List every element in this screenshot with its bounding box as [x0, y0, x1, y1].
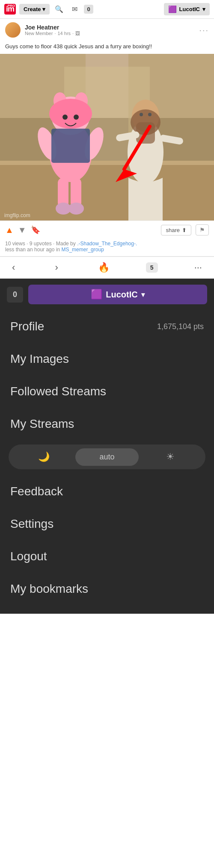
menu-item-feedback[interactable]: Feedback	[0, 475, 214, 508]
points-badge: 0	[7, 287, 23, 303]
post-header: Joe Heatner New Member · 14 hrs · 🖼 ···	[0, 19, 214, 41]
theme-auto-button[interactable]: auto	[75, 448, 139, 466]
menu-item-settings[interactable]: Settings	[0, 508, 214, 540]
flag-button[interactable]: ⚑	[196, 224, 209, 235]
svg-rect-3	[0, 165, 214, 221]
user-menu-button[interactable]: 🟪 LucotIC ▾	[164, 3, 210, 15]
post-image-svg: imgflip.com	[0, 54, 214, 221]
logo[interactable]: PRO im	[4, 4, 16, 15]
member-label: New Member	[25, 31, 53, 36]
menu-profile-pts: 1,675,104 pts	[157, 322, 204, 331]
theme-toggle: 🌙 auto ☀	[9, 444, 205, 469]
share-icon: ⬆	[182, 227, 187, 233]
menu-profile-label: Profile	[10, 320, 44, 333]
post-card: Joe Heatner New Member · 14 hrs · 🖼 ··· …	[0, 19, 214, 256]
menu-feedback-label: Feedback	[10, 485, 63, 498]
menu-logout-label: Logout	[10, 550, 47, 563]
downvote-button[interactable]: ▼	[18, 225, 27, 235]
share-label: share	[166, 227, 180, 233]
views-count: 10 views	[5, 241, 25, 247]
mail-icon[interactable]: ✉	[68, 3, 80, 15]
menu-item-my-streams[interactable]: My Streams	[0, 408, 214, 440]
post-camera-icon: 🖼	[75, 31, 80, 36]
menu-item-bookmarks[interactable]: My bookmarks	[0, 573, 214, 605]
top-navigation: PRO im Create ▾ 🔍 ✉ 0 🟪 LucotIC ▾	[0, 0, 214, 19]
post-stats: 10 views · 9 upvotes · Made by .-Shadow_…	[0, 239, 214, 256]
time-posted: less than an hour ago in	[5, 247, 60, 253]
stream-link[interactable]: MS_memer_group	[61, 247, 104, 253]
sun-icon: ☀	[166, 451, 175, 462]
post-submeta: New Member · 14 hrs · 🖼	[25, 31, 195, 36]
moon-icon: 🌙	[38, 451, 50, 462]
user-dropdown-header: 0 🟪 LucotIC ▾	[0, 279, 214, 310]
upvotes-count: 9 upvotes	[30, 241, 52, 247]
menu-item-my-images[interactable]: My Images	[0, 343, 214, 375]
upvote-button[interactable]: ▲	[5, 225, 14, 235]
dark-menu: Profile 1,675,104 pts My Images Followed…	[0, 310, 214, 614]
bottom-navigation: ‹ › 🔥 5 ···	[0, 256, 214, 279]
svg-point-20	[74, 115, 79, 120]
flame-button[interactable]: 🔥	[95, 260, 113, 275]
made-by-label: Made by	[56, 241, 76, 247]
user-icon: 🟪	[168, 5, 177, 13]
svg-point-11	[49, 99, 92, 129]
post-actions: ▲ ▼ 🔖 share ⬆ ⚑	[0, 221, 214, 239]
svg-point-17	[68, 203, 84, 215]
post-username: Joe Heatner	[25, 24, 195, 31]
user-avatar-icon: 🟪	[91, 289, 102, 300]
nav-badge[interactable]: 5	[146, 262, 158, 273]
search-icon[interactable]: 🔍	[53, 3, 65, 15]
menu-my-images-label: My Images	[10, 352, 69, 366]
dropdown-arrow-icon: ▾	[141, 291, 145, 299]
menu-item-profile[interactable]: Profile 1,675,104 pts	[0, 310, 214, 343]
menu-bookmarks-label: My bookmarks	[10, 582, 88, 596]
theme-light-button[interactable]: ☀	[139, 447, 202, 467]
avatar	[5, 22, 21, 38]
menu-item-followed-streams[interactable]: Followed Streams	[0, 375, 214, 408]
post-time: 14 hrs	[57, 31, 71, 36]
menu-settings-label: Settings	[10, 517, 54, 531]
username-label: LucotIC	[106, 290, 137, 300]
share-button[interactable]: share ⬆	[161, 225, 191, 235]
theme-dark-button[interactable]: 🌙	[12, 447, 75, 467]
svg-point-28	[148, 113, 152, 116]
menu-my-streams-label: My Streams	[10, 417, 74, 431]
pro-badge: PRO	[8, 4, 15, 8]
svg-point-19	[62, 115, 68, 120]
post-image: imgflip.com	[0, 54, 214, 221]
menu-item-logout[interactable]: Logout	[0, 540, 214, 573]
menu-followed-streams-label: Followed Streams	[10, 385, 106, 398]
post-meta: Joe Heatner New Member · 14 hrs · 🖼	[25, 24, 195, 36]
author-link[interactable]: .-Shadow_The_Edgehog-.	[77, 241, 137, 247]
svg-rect-18	[51, 129, 90, 163]
more-button[interactable]: ···	[191, 260, 205, 275]
bookmark-button[interactable]: 🔖	[31, 225, 40, 235]
post-caption: Guys come to floor 438 quick Jesus and a…	[0, 41, 214, 54]
forward-button[interactable]: ›	[51, 260, 61, 275]
username-button[interactable]: 🟪 LucotIC ▾	[28, 285, 207, 304]
svg-text:imgflip.com: imgflip.com	[4, 212, 30, 218]
auto-label: auto	[99, 453, 114, 462]
post-more-button[interactable]: ···	[199, 25, 209, 35]
back-button[interactable]: ‹	[9, 260, 18, 275]
svg-point-27	[140, 113, 143, 116]
create-button[interactable]: Create ▾	[19, 4, 50, 15]
notification-badge[interactable]: 0	[84, 5, 93, 14]
